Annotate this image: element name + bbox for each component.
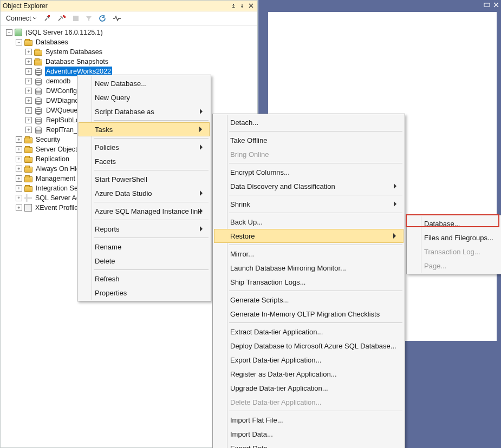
svg-rect-3: [64, 16, 66, 18]
menu-ami-link[interactable]: Azure SQL Managed Instance link: [79, 204, 210, 218]
pin-icon[interactable]: [238, 2, 246, 10]
menu-oltp-checklists[interactable]: Generate In-Memory OLTP Migration Checkl…: [214, 307, 404, 321]
tree-snapshots[interactable]: +Database Snapshots: [25, 57, 257, 67]
expand-icon[interactable]: +: [25, 127, 32, 133]
menu-new-database[interactable]: New Database...: [79, 76, 210, 90]
expand-icon[interactable]: +: [25, 78, 32, 84]
menu-tasks[interactable]: Tasks: [79, 122, 210, 136]
tree-label: XEvent Profile: [34, 203, 79, 213]
menu-encrypt-columns[interactable]: Encrypt Columns...: [214, 165, 404, 179]
menu-export-dac[interactable]: Export Data-tier Application...: [214, 353, 404, 367]
menu-import-flat-file[interactable]: Import Flat File...: [214, 413, 404, 427]
filter-icon[interactable]: [83, 13, 94, 24]
tree-sysdb[interactable]: +System Databases: [25, 47, 257, 57]
menu-shrink[interactable]: Shrink: [214, 197, 404, 211]
menu-bring-online: Bring Online: [214, 147, 404, 161]
menu-separator: [94, 170, 209, 170]
menu-backup[interactable]: Back Up...: [214, 215, 404, 229]
window-position-icon[interactable]: [229, 2, 238, 10]
menu-separator: [229, 291, 402, 291]
expand-icon[interactable]: +: [16, 146, 22, 153]
expand-icon[interactable]: +: [16, 195, 22, 201]
folder-icon: [24, 167, 32, 173]
menu-ship-transaction-logs[interactable]: Ship Transaction Logs...: [214, 275, 404, 289]
menu-script-database[interactable]: Script Database as: [79, 104, 210, 118]
folder-icon: [34, 50, 42, 56]
database-icon: [35, 107, 42, 115]
menu-launch-mirror-monitor[interactable]: Launch Database Mirroring Monitor...: [214, 261, 404, 275]
menu-generate-scripts[interactable]: Generate Scripts...: [214, 293, 404, 307]
expand-icon[interactable]: +: [25, 107, 32, 114]
menu-label: Import Data...: [230, 430, 273, 438]
menu-restore[interactable]: Restore: [214, 229, 404, 243]
menu-label: Ship Transaction Logs...: [230, 278, 305, 286]
collapse-icon[interactable]: −: [6, 29, 12, 36]
menu-azure-data-studio[interactable]: Azure Data Studio: [79, 186, 210, 200]
folder-icon: [34, 60, 42, 65]
collapse-icon[interactable]: −: [16, 39, 22, 45]
menu-reports[interactable]: Reports: [79, 222, 210, 236]
menu-new-query[interactable]: New Query: [79, 90, 210, 104]
menu-register-dac[interactable]: Register as Data-tier Application...: [214, 367, 404, 381]
menu-take-offline[interactable]: Take Offline: [214, 133, 404, 147]
menu-label: Shrink: [230, 200, 250, 208]
tree-label: DWQueue: [45, 106, 79, 115]
menu-export-data[interactable]: Export Data...: [214, 441, 404, 448]
expand-icon[interactable]: +: [16, 205, 22, 211]
window-position-icon[interactable]: [484, 2, 490, 10]
refresh-icon[interactable]: [96, 13, 108, 24]
menu-import-data[interactable]: Import Data...: [214, 427, 404, 441]
menu-facets[interactable]: Facets: [79, 154, 210, 168]
expand-icon[interactable]: +: [25, 97, 32, 104]
expand-icon[interactable]: +: [25, 88, 32, 94]
menu-separator: [94, 120, 209, 121]
close-icon[interactable]: [246, 2, 255, 10]
activity-icon[interactable]: [110, 13, 123, 24]
menu-deploy-azure[interactable]: Deploy Database to Microsoft Azure SQL D…: [214, 339, 404, 353]
database-icon: [35, 88, 42, 95]
tree-databases[interactable]: − Databases: [16, 37, 257, 47]
menu-properties[interactable]: Properties: [79, 286, 210, 300]
disconnect-all-icon[interactable]: [55, 13, 68, 24]
tree-server[interactable]: − (SQL Server 16.0.1125.1): [6, 28, 257, 37]
menu-label: Rename: [95, 243, 121, 251]
expand-icon[interactable]: +: [16, 156, 22, 162]
menu-delete[interactable]: Delete: [79, 254, 210, 268]
expand-icon[interactable]: +: [25, 58, 32, 65]
expand-icon[interactable]: +: [16, 166, 22, 172]
expand-icon[interactable]: +: [16, 136, 22, 143]
tree-label: Server Objects: [35, 144, 82, 154]
menu-rename[interactable]: Rename: [79, 240, 210, 254]
menu-label: Database...: [424, 220, 460, 228]
submenu-arrow-icon: [200, 208, 205, 214]
expand-icon[interactable]: +: [25, 68, 32, 75]
menu-restore-files-filegroups[interactable]: Files and Filegroups...: [408, 230, 500, 245]
menu-label: Deploy Database to Microsoft Azure SQL D…: [230, 342, 396, 350]
menu-refresh[interactable]: Refresh: [79, 272, 210, 286]
menu-mirror[interactable]: Mirror...: [214, 247, 404, 261]
expand-icon[interactable]: +: [16, 175, 22, 182]
menu-separator: [94, 269, 209, 270]
menu-restore-page: Page...: [408, 259, 500, 273]
menu-detach[interactable]: Detach...: [214, 115, 404, 129]
object-explorer-toolbar: Connect: [1, 11, 257, 25]
close-icon[interactable]: [493, 2, 499, 9]
tree-label: demodb: [45, 76, 71, 86]
menu-restore-database[interactable]: Database...: [408, 216, 500, 230]
database-icon: [35, 127, 42, 134]
expand-icon[interactable]: +: [16, 185, 22, 192]
menu-label: Launch Database Mirroring Monitor...: [230, 264, 346, 272]
expand-icon[interactable]: +: [25, 117, 32, 123]
menu-label: Extract Data-tier Application...: [230, 328, 323, 336]
database-context-menu: New Database... New Query Script Databas…: [77, 75, 211, 301]
disconnect-icon[interactable]: [41, 13, 53, 24]
menu-policies[interactable]: Policies: [79, 140, 210, 154]
menu-upgrade-dac[interactable]: Upgrade Data-tier Application...: [214, 381, 404, 395]
menu-data-discovery[interactable]: Data Discovery and Classification: [214, 179, 404, 193]
expand-icon[interactable]: +: [25, 49, 32, 55]
menu-start-powershell[interactable]: Start PowerShell: [79, 172, 210, 186]
menu-separator: [94, 220, 209, 220]
menu-extract-dac[interactable]: Extract Data-tier Application...: [214, 325, 404, 339]
stop-icon[interactable]: [70, 13, 81, 24]
connect-button[interactable]: Connect: [4, 13, 39, 24]
